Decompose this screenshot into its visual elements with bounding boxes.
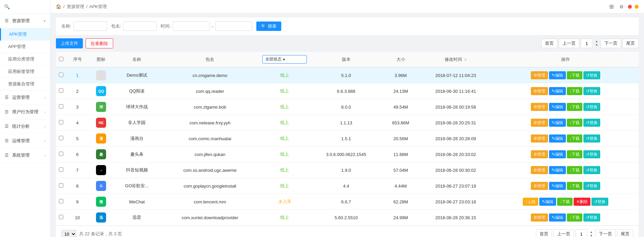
- action-删除-btn[interactable]: ✕删除: [574, 198, 590, 206]
- row-checkbox[interactable]: [59, 183, 63, 188]
- last-page-btn-top[interactable]: 尾页: [622, 39, 639, 48]
- row-checkbox-cell[interactable]: [56, 131, 66, 147]
- sidebar-group-ops-header[interactable]: ☰ 运营管理 ›: [0, 90, 50, 105]
- action-编辑-btn[interactable]: ✎编辑: [549, 150, 566, 158]
- search-button[interactable]: 🔍 搜索: [256, 22, 281, 31]
- action-编辑-btn[interactable]: ✎编辑: [549, 71, 566, 79]
- action-替换-btn[interactable]: ↺替换: [583, 166, 600, 174]
- action-编辑-btn[interactable]: ✎编辑: [539, 198, 556, 206]
- action-下载-btn[interactable]: ↓下载: [557, 198, 573, 206]
- action-下载-btn[interactable]: ↓下载: [567, 166, 582, 174]
- action-下载-btn[interactable]: ↓下载: [567, 103, 582, 111]
- action-下载-btn[interactable]: ↓下载: [567, 71, 582, 79]
- action-管理-btn[interactable]: ⚙管理: [531, 119, 548, 127]
- sidebar-item-aggregate[interactable]: 资源集合管理: [0, 78, 50, 90]
- status-filter-dropdown[interactable]: 全部状态 ▾: [262, 55, 307, 64]
- first-page-btn-bottom[interactable]: 首页: [536, 229, 552, 237]
- prev-page-btn-top[interactable]: 上一页: [559, 39, 579, 48]
- action-替换-btn[interactable]: ↺替换: [591, 198, 608, 206]
- next-page-btn-bottom[interactable]: 下一页: [595, 229, 616, 237]
- action-管理-btn[interactable]: ⚙管理: [531, 166, 548, 174]
- sidebar-group-behavior-header[interactable]: ☰ 用户行为管理 ›: [0, 105, 50, 119]
- col-time[interactable]: 修改时间 ⇅: [419, 52, 492, 67]
- action-管理-btn[interactable]: ⚙管理: [531, 150, 548, 158]
- action-编辑-btn[interactable]: ✎编辑: [549, 103, 566, 111]
- row-checkbox-cell[interactable]: [56, 83, 66, 99]
- sidebar-search-container[interactable]: 🔍: [0, 0, 50, 14]
- action-下载-btn[interactable]: ↓下载: [567, 134, 582, 143]
- row-checkbox-cell[interactable]: [56, 210, 66, 226]
- action-管理-btn[interactable]: ⚙管理: [531, 182, 548, 190]
- action-下载-btn[interactable]: ↓下载: [567, 150, 582, 158]
- settings-icon[interactable]: ⚙: [618, 3, 625, 10]
- sidebar-item-category[interactable]: 应用分类管理: [0, 53, 50, 66]
- row-checkbox[interactable]: [59, 73, 63, 77]
- action-管理-btn[interactable]: ⚙管理: [531, 213, 548, 222]
- upload-button[interactable]: 上传文件: [56, 38, 83, 48]
- grid-icon[interactable]: ⊞: [608, 3, 615, 10]
- row-checkbox[interactable]: [59, 152, 63, 156]
- col-status[interactable]: 全部状态 ▾: [260, 52, 310, 67]
- time-end-input[interactable]: [215, 22, 252, 31]
- action-管理-btn[interactable]: ⚙管理: [531, 103, 548, 111]
- action-替换-btn[interactable]: ↺替换: [583, 71, 600, 79]
- row-checkbox[interactable]: [59, 199, 63, 203]
- row-checkbox-cell[interactable]: [56, 162, 66, 178]
- name-input[interactable]: [73, 22, 107, 31]
- page-size-select[interactable]: 10 20 50: [61, 230, 76, 237]
- row-checkbox-cell[interactable]: [56, 178, 66, 194]
- action-管理-btn[interactable]: ⚙管理: [531, 134, 548, 143]
- action-上线-btn[interactable]: ↑上线: [523, 198, 538, 206]
- sidebar-group-system-header[interactable]: ☰ 系统管理 ›: [0, 148, 50, 163]
- package-input[interactable]: [123, 22, 157, 31]
- action-替换-btn[interactable]: ↺替换: [583, 134, 600, 143]
- action-替换-btn[interactable]: ↺替换: [583, 103, 600, 111]
- action-编辑-btn[interactable]: ✎编辑: [549, 134, 566, 143]
- next-page-btn-top[interactable]: 下一页: [601, 39, 621, 48]
- page-up-arrow-top[interactable]: ▲: [594, 40, 599, 43]
- time-start-input[interactable]: [173, 22, 210, 31]
- action-替换-btn[interactable]: ↺替换: [583, 213, 600, 222]
- last-page-btn-bottom[interactable]: 尾页: [617, 229, 633, 237]
- row-checkbox[interactable]: [59, 104, 63, 109]
- sidebar-item-apk[interactable]: APK管理: [0, 28, 50, 41]
- action-编辑-btn[interactable]: ✎编辑: [549, 119, 566, 127]
- row-checkbox[interactable]: [59, 136, 63, 140]
- action-编辑-btn[interactable]: ✎编辑: [549, 166, 566, 174]
- action-下载-btn[interactable]: ↓下载: [567, 213, 582, 222]
- page-down-arrow-bottom[interactable]: ▼: [589, 234, 594, 237]
- sidebar-item-app[interactable]: APP管理: [0, 41, 50, 53]
- sidebar-group-maintenance-header[interactable]: ☰ 运维管理 ›: [0, 134, 50, 148]
- action-替换-btn[interactable]: ↺替换: [583, 182, 600, 190]
- action-管理-btn[interactable]: ⚙管理: [531, 71, 548, 79]
- row-checkbox-cell[interactable]: [56, 115, 66, 131]
- action-编辑-btn[interactable]: ✎编辑: [549, 182, 566, 190]
- row-checkbox-cell[interactable]: [56, 194, 66, 210]
- action-替换-btn[interactable]: ↺替换: [583, 87, 600, 95]
- action-编辑-btn[interactable]: ✎编辑: [549, 87, 566, 95]
- page-number-input-bottom[interactable]: [575, 229, 587, 237]
- action-管理-btn[interactable]: ⚙管理: [531, 87, 548, 95]
- page-number-input-top[interactable]: [581, 39, 593, 48]
- sidebar-group-stats-header[interactable]: ☰ 统计分析 ›: [0, 119, 50, 134]
- row-checkbox-cell[interactable]: [56, 67, 66, 83]
- action-下载-btn[interactable]: ↓下载: [567, 119, 582, 127]
- row-checkbox-cell[interactable]: [56, 99, 66, 115]
- action-替换-btn[interactable]: ↺替换: [583, 150, 600, 158]
- home-icon[interactable]: 🏠: [56, 4, 61, 9]
- row-checkbox[interactable]: [59, 120, 63, 124]
- sidebar-item-tag[interactable]: 应用标签管理: [0, 66, 50, 78]
- row-checkbox[interactable]: [59, 167, 63, 172]
- row-checkbox-cell[interactable]: [56, 147, 66, 162]
- batch-delete-button[interactable]: 批量删除: [86, 38, 113, 48]
- action-替换-btn[interactable]: ↺替换: [583, 119, 600, 127]
- sidebar-group-resource-header[interactable]: ☰ 资源管理 ▾: [0, 14, 50, 28]
- action-下载-btn[interactable]: ↓下载: [567, 87, 582, 95]
- action-编辑-btn[interactable]: ✎编辑: [549, 213, 566, 222]
- first-page-btn-top[interactable]: 首页: [541, 39, 557, 48]
- row-checkbox[interactable]: [59, 88, 63, 93]
- prev-page-btn-bottom[interactable]: 上一页: [553, 229, 574, 237]
- action-下载-btn[interactable]: ↓下载: [567, 182, 582, 190]
- page-up-arrow-bottom[interactable]: ▲: [589, 230, 594, 234]
- select-all-checkbox[interactable]: [59, 57, 63, 61]
